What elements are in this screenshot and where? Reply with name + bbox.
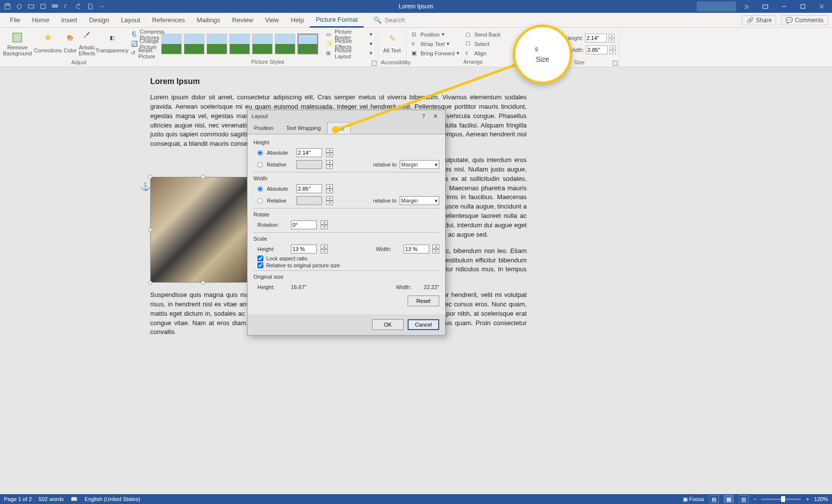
width-input[interactable]: [586, 45, 608, 54]
autosave-icon[interactable]: [14, 1, 25, 12]
resize-handle[interactable]: [201, 175, 205, 179]
share-button[interactable]: 🔗Share: [742, 15, 776, 25]
picture-style-gallery[interactable]: [161, 34, 318, 54]
qa-icon-4[interactable]: [38, 1, 48, 12]
style-thumb[interactable]: [207, 34, 227, 54]
selection-pane-button[interactable]: ☐Select: [463, 40, 502, 48]
proofing-icon[interactable]: 📖: [71, 496, 78, 503]
read-mode-icon[interactable]: ▤: [709, 495, 719, 503]
wrap-text-button[interactable]: ≡Wrap Text ▾: [410, 40, 461, 48]
width-relative-radio[interactable]: [257, 198, 263, 204]
width-spinner[interactable]: ▴▾: [610, 45, 616, 54]
qa-icon-3[interactable]: [26, 1, 37, 12]
style-thumb[interactable]: [184, 34, 205, 54]
tab-review[interactable]: Review: [226, 13, 259, 28]
print-layout-icon[interactable]: ▦: [724, 495, 734, 503]
height-absolute-radio[interactable]: [257, 150, 263, 156]
rotation-spinner[interactable]: ▴▾: [321, 220, 328, 229]
zoom-in-icon[interactable]: +: [806, 496, 809, 502]
qa-more-icon[interactable]: [97, 1, 108, 12]
tab-insert[interactable]: Insert: [55, 13, 83, 28]
resize-handle[interactable]: [148, 228, 152, 232]
ok-button[interactable]: OK: [372, 319, 404, 330]
selected-image[interactable]: ⚓: [150, 177, 256, 283]
search-box[interactable]: 🔍 Search: [374, 16, 405, 24]
height-relative-radio[interactable]: [257, 162, 263, 168]
transparency-button[interactable]: ◧Transparency: [97, 29, 127, 59]
height-rel-spinner[interactable]: ▴▾: [326, 160, 333, 169]
tab-view[interactable]: View: [259, 13, 285, 28]
height-absolute-input[interactable]: [296, 148, 322, 157]
tab-file[interactable]: File: [4, 13, 26, 28]
save-icon[interactable]: [2, 1, 13, 12]
focus-mode[interactable]: ▣ Focus: [683, 496, 704, 503]
close-icon[interactable]: [813, 1, 830, 12]
rotation-input[interactable]: [291, 220, 317, 229]
lock-aspect-checkbox[interactable]: Lock aspect ratio: [257, 255, 439, 261]
height-field[interactable]: ↕Height:▴▾: [561, 34, 616, 42]
zoom-slider[interactable]: [761, 499, 801, 500]
zoom-level[interactable]: 120%: [814, 496, 828, 502]
color-button[interactable]: 🎨Color: [64, 29, 77, 59]
style-thumb[interactable]: [229, 34, 250, 54]
qa-icon-6[interactable]: [61, 1, 72, 12]
minimize-icon[interactable]: [776, 1, 792, 12]
tab-references[interactable]: References: [146, 13, 191, 28]
width-rel-spinner[interactable]: ▴▾: [326, 196, 333, 205]
dialog-titlebar[interactable]: Layout ? ✕: [248, 110, 445, 122]
zoom-out-icon[interactable]: −: [753, 496, 756, 502]
tab-layout[interactable]: Layout: [115, 13, 146, 28]
word-count[interactable]: 502 words: [39, 496, 64, 502]
scale-width-input[interactable]: [404, 245, 429, 253]
style-thumb[interactable]: [252, 34, 273, 54]
size-launcher-icon[interactable]: [613, 61, 618, 66]
page-indicator[interactable]: Page 1 of 2: [4, 496, 32, 502]
scale-height-input[interactable]: [291, 245, 317, 253]
height-spinner[interactable]: ▴▾: [609, 34, 615, 42]
qa-icon-8[interactable]: [85, 1, 96, 12]
corrections-button[interactable]: ☀️Corrections: [34, 29, 62, 59]
tab-design[interactable]: Design: [83, 13, 115, 28]
dialog-tab-position[interactable]: Position: [248, 122, 280, 134]
bring-forward-button[interactable]: ▣Bring Forward ▾: [410, 49, 461, 58]
dialog-help-icon[interactable]: ?: [417, 113, 429, 119]
cancel-button[interactable]: Cancel: [408, 319, 439, 330]
alt-text-button[interactable]: 🏷️Alt Text: [381, 29, 403, 59]
resize-handle[interactable]: [148, 281, 152, 285]
remove-background-button[interactable]: Remove Background: [3, 29, 32, 59]
width-absolute-radio[interactable]: [257, 186, 263, 192]
simplify-ribbon-icon[interactable]: [738, 1, 755, 12]
dialog-tab-size[interactable]: Size: [327, 122, 350, 134]
user-account[interactable]: [697, 1, 736, 11]
dialog-close-icon[interactable]: ✕: [429, 113, 441, 120]
scale-w-spinner[interactable]: ▴▾: [432, 245, 439, 253]
style-thumb[interactable]: [275, 34, 295, 54]
tab-mailings[interactable]: Mailings: [191, 13, 226, 28]
send-backward-button[interactable]: ▢Send Back: [463, 30, 502, 39]
relative-original-checkbox[interactable]: Relative to original picture size: [257, 262, 439, 268]
language-indicator[interactable]: English (United States): [84, 496, 140, 502]
position-button[interactable]: ⊡Position ▾: [410, 30, 461, 39]
ribbon-display-icon[interactable]: [757, 1, 774, 12]
comments-button[interactable]: 💬Comments: [781, 15, 828, 25]
artistic-effects-button[interactable]: 🖌️Artistic Effects: [79, 29, 95, 59]
reset-button[interactable]: Reset: [408, 295, 439, 306]
resize-handle[interactable]: [201, 281, 205, 285]
maximize-icon[interactable]: [794, 1, 811, 12]
style-thumb[interactable]: [297, 34, 318, 54]
scale-h-spinner[interactable]: ▴▾: [321, 245, 328, 253]
align-button[interactable]: ⫴Align: [463, 49, 502, 58]
styles-launcher-icon[interactable]: [372, 61, 376, 66]
height-relative-to-select[interactable]: Margin▾: [400, 160, 439, 169]
picture-layout-button[interactable]: ⊞Picture Layout ▾: [324, 49, 374, 58]
style-thumb[interactable]: [161, 34, 182, 54]
tab-picture-format[interactable]: Picture Format: [310, 13, 364, 28]
resize-handle[interactable]: [148, 175, 152, 179]
web-layout-icon[interactable]: ▥: [739, 495, 749, 503]
tab-help[interactable]: Help: [285, 13, 310, 28]
width-relative-to-select[interactable]: Margin▾: [400, 196, 439, 205]
height-abs-spinner[interactable]: ▴▾: [326, 148, 333, 157]
tab-home[interactable]: Home: [26, 13, 55, 28]
qa-icon-5[interactable]: [49, 1, 60, 12]
height-input[interactable]: [585, 34, 607, 42]
